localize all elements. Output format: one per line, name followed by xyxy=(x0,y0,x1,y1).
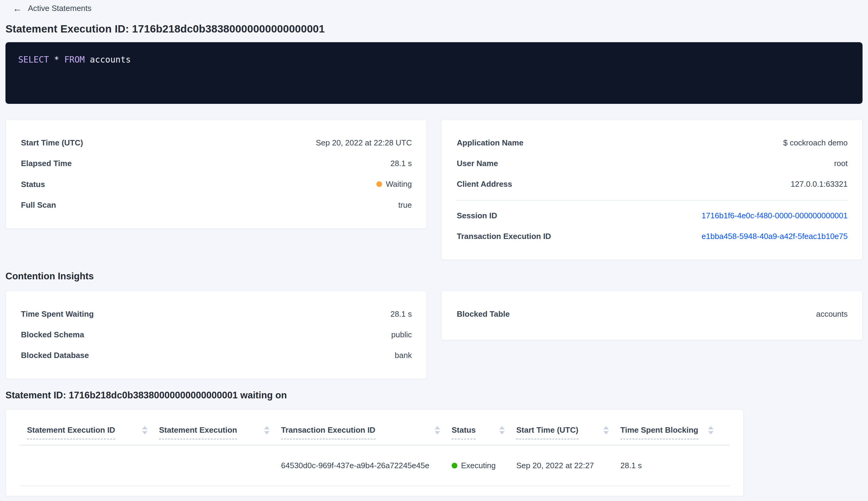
session-id-label: Session ID xyxy=(457,211,497,220)
waiting-status-dot-icon xyxy=(376,181,382,187)
user-name-value: root xyxy=(834,159,848,168)
column-header-time-spent-blocking[interactable]: Time Spent Blocking xyxy=(620,425,725,439)
application-name-row: Application Name $ cockroach demo xyxy=(457,138,848,147)
details-cards-row: Start Time (UTC) Sep 20, 2022 at 22:28 U… xyxy=(6,120,862,260)
elapsed-time-value: 28.1 s xyxy=(390,159,412,168)
back-arrow-icon: ← xyxy=(13,4,22,13)
cell-start-time: Sep 20, 2022 at 22:27 xyxy=(516,461,620,470)
sql-table-name: accounts xyxy=(90,55,131,65)
blocked-table-row: Blocked Table accounts xyxy=(457,309,848,319)
column-header-start-time[interactable]: Start Time (UTC) xyxy=(516,425,620,439)
card-divider xyxy=(457,200,848,201)
statement-execution-page: ← Active Statements Statement Execution … xyxy=(0,0,868,496)
table-header-row: Statement Execution ID Statement Executi… xyxy=(19,409,730,446)
status-row: Status Waiting xyxy=(21,180,412,189)
column-header-label: Statement Execution xyxy=(159,425,237,439)
column-header-label: Statement Execution ID xyxy=(27,425,115,439)
status-label: Status xyxy=(21,180,45,189)
sort-icon xyxy=(142,426,148,435)
application-name-value: $ cockroach demo xyxy=(783,138,848,147)
sql-keyword-from: FROM xyxy=(64,55,85,65)
transaction-execution-id-row: Transaction Execution ID e1bba458-5948-4… xyxy=(457,232,848,241)
contention-insights-heading: Contention Insights xyxy=(6,271,862,282)
elapsed-time-row: Elapsed Time 28.1 s xyxy=(21,159,412,168)
column-header-statement-execution[interactable]: Statement Execution xyxy=(159,425,281,439)
full-scan-value: true xyxy=(398,200,412,210)
blocked-schema-value: public xyxy=(391,330,412,339)
application-name-label: Application Name xyxy=(457,138,523,147)
user-name-row: User Name root xyxy=(457,159,848,168)
column-header-statement-execution-id[interactable]: Statement Execution ID xyxy=(27,425,159,439)
sort-icon xyxy=(603,426,609,435)
blocked-table-label: Blocked Table xyxy=(457,309,510,319)
status-text: Executing xyxy=(461,461,496,470)
start-time-label: Start Time (UTC) xyxy=(21,138,83,147)
full-scan-label: Full Scan xyxy=(21,200,56,210)
time-spent-waiting-label: Time Spent Waiting xyxy=(21,309,94,319)
status-text: Waiting xyxy=(386,180,412,189)
elapsed-time-label: Elapsed Time xyxy=(21,159,72,168)
sql-keyword-select: SELECT xyxy=(18,55,49,65)
column-header-label: Start Time (UTC) xyxy=(516,425,578,439)
waiting-on-heading: Statement ID: 1716b218dc0b38380000000000… xyxy=(6,390,862,401)
cell-time-spent-blocking: 28.1 s xyxy=(620,461,725,470)
client-address-row: Client Address 127.0.0.1:63321 xyxy=(457,180,848,189)
transaction-execution-id-label: Transaction Execution ID xyxy=(457,232,551,241)
blocked-table-value: accounts xyxy=(816,309,848,319)
column-header-label: Time Spent Blocking xyxy=(620,425,698,439)
session-id-link[interactable]: 1716b1f6-4e0c-f480-0000-000000000001 xyxy=(702,211,848,220)
start-time-row: Start Time (UTC) Sep 20, 2022 at 22:28 U… xyxy=(21,138,412,147)
sort-icon xyxy=(435,426,440,435)
sql-star: * xyxy=(54,55,59,65)
sort-icon xyxy=(499,426,505,435)
sql-statement-box: SELECT * FROM accounts xyxy=(6,42,862,104)
column-header-label: Status xyxy=(452,425,476,439)
full-scan-row: Full Scan true xyxy=(21,200,412,210)
time-spent-waiting-value: 28.1 s xyxy=(390,309,412,319)
cell-status: Executing xyxy=(452,461,516,470)
sort-icon xyxy=(264,426,270,435)
column-header-label: Transaction Execution ID xyxy=(281,425,376,439)
contention-details-card: Time Spent Waiting 28.1 s Blocked Schema… xyxy=(6,291,427,379)
status-value: Waiting xyxy=(376,180,412,189)
session-details-card: Application Name $ cockroach demo User N… xyxy=(441,120,862,260)
transaction-execution-id-link[interactable]: e1bba458-5948-40a9-a42f-5feac1b10e75 xyxy=(702,232,848,241)
start-time-value: Sep 20, 2022 at 22:28 UTC xyxy=(316,138,412,147)
client-address-value: 127.0.0.1:63321 xyxy=(791,180,848,189)
page-title: Statement Execution ID: 1716b218dc0b3838… xyxy=(6,23,862,35)
table-row: 64530d0c-969f-437e-a9b4-26a72245e45e Exe… xyxy=(19,446,730,486)
back-link-label: Active Statements xyxy=(28,4,92,13)
time-spent-waiting-row: Time Spent Waiting 28.1 s xyxy=(21,309,412,319)
session-id-row: Session ID 1716b1f6-4e0c-f480-0000-00000… xyxy=(457,211,848,220)
client-address-label: Client Address xyxy=(457,180,512,189)
blocked-database-value: bank xyxy=(395,351,412,360)
waiting-on-table: Statement Execution ID Statement Executi… xyxy=(6,409,744,496)
blocked-database-row: Blocked Database bank xyxy=(21,351,412,360)
sort-icon xyxy=(708,426,714,435)
contention-cards-row: Time Spent Waiting 28.1 s Blocked Schema… xyxy=(6,291,862,379)
back-to-active-statements-button[interactable]: ← Active Statements xyxy=(13,4,92,13)
blocked-schema-label: Blocked Schema xyxy=(21,330,84,339)
execution-details-card: Start Time (UTC) Sep 20, 2022 at 22:28 U… xyxy=(6,120,427,228)
executing-status-dot-icon xyxy=(452,463,457,469)
blocked-table-card: Blocked Table accounts xyxy=(441,291,862,340)
blocked-database-label: Blocked Database xyxy=(21,351,89,360)
user-name-label: User Name xyxy=(457,159,498,168)
cell-transaction-execution-id: 64530d0c-969f-437e-a9b4-26a72245e45e xyxy=(281,461,452,470)
column-header-status[interactable]: Status xyxy=(452,425,516,439)
blocked-schema-row: Blocked Schema public xyxy=(21,330,412,339)
column-header-transaction-execution-id[interactable]: Transaction Execution ID xyxy=(281,425,452,439)
